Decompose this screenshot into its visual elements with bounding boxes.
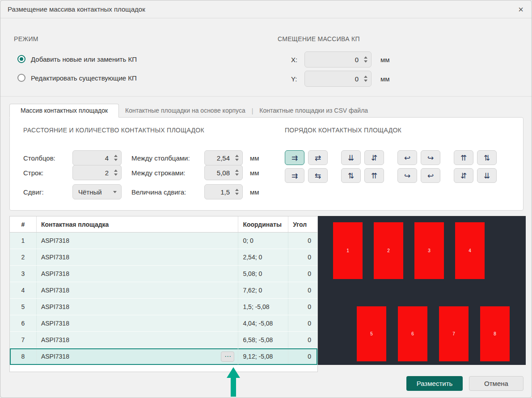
- cell-coordinates: 4,04; -5,08: [238, 315, 288, 331]
- close-icon[interactable]: ×: [515, 3, 527, 16]
- radio-unchecked-icon[interactable]: [17, 74, 25, 82]
- offset-y-unit: мм: [380, 75, 390, 83]
- mode-option-edit[interactable]: Редактировать существующие КП: [17, 72, 137, 83]
- row-spacing-input[interactable]: 5,08: [204, 165, 243, 180]
- cell-number: 7: [10, 332, 37, 348]
- preview-pad-7: 7: [439, 306, 469, 361]
- tab-pads-from-csv[interactable]: Контактные площадки из CSV файла: [253, 104, 374, 118]
- spin-up-icon[interactable]: [235, 155, 239, 157]
- order-pattern-11[interactable]: ⇅: [341, 168, 361, 183]
- shift-label: Сдвиг:: [23, 188, 72, 196]
- column-spacing-input[interactable]: 2,54: [204, 150, 243, 165]
- shift-amount-unit: мм: [250, 188, 259, 196]
- shift-amount-input[interactable]: 1,5: [204, 184, 243, 199]
- spin-up-icon[interactable]: [364, 56, 367, 59]
- spinner-arrows[interactable]: [234, 189, 242, 195]
- spacing-heading: РАССТОЯНИЕ И КОЛИЧЕСТВО КОНТАКТНЫХ ПЛОЩА…: [23, 127, 204, 134]
- spin-up-icon[interactable]: [364, 76, 367, 78]
- column-spacing-label: Между столбцами:: [131, 154, 204, 162]
- order-pattern-5[interactable]: ↩: [397, 150, 417, 165]
- order-pattern-4[interactable]: ⇵: [364, 150, 384, 165]
- spin-down-icon[interactable]: [364, 80, 367, 82]
- order-pattern-12[interactable]: ⇈: [364, 168, 384, 183]
- preview-pad-5: 5: [357, 306, 386, 361]
- radio-checked-icon[interactable]: [17, 55, 25, 63]
- order-pattern-3[interactable]: ⇊: [341, 150, 361, 165]
- spin-up-icon[interactable]: [235, 189, 239, 191]
- window-title: Размещение массива контактных площадок: [8, 0, 145, 18]
- table-row[interactable]: 8ASPI7318⋯9,12; -5,080: [10, 348, 317, 365]
- cell-pad-name: ASPI7318: [37, 332, 239, 348]
- columns-label: Столбцов:: [23, 154, 72, 162]
- offset-x-row: X: 0 мм: [291, 51, 390, 68]
- order-pattern-14[interactable]: ↩: [421, 168, 440, 183]
- place-button[interactable]: Разместить: [406, 376, 463, 391]
- tab-pad-array[interactable]: Массив контактных площадок: [9, 104, 119, 118]
- preview-canvas: 12345678: [318, 216, 526, 365]
- header-pad-name: Контактная площадка: [37, 216, 239, 232]
- spin-down-icon[interactable]: [235, 174, 239, 176]
- place-pad-array-dialog: Размещение массива контактных площадок ×…: [0, 0, 532, 398]
- tab-pads-from-footprint[interactable]: Контактные площадки на основе корпуса: [119, 104, 252, 118]
- spin-down-icon[interactable]: [114, 174, 118, 176]
- columns-input[interactable]: 4: [72, 150, 122, 165]
- offset-y-input[interactable]: 0: [304, 71, 372, 87]
- spin-up-icon[interactable]: [235, 169, 239, 172]
- spinner-arrows[interactable]: [363, 76, 371, 82]
- spinner-arrows[interactable]: [234, 155, 242, 161]
- spin-down-icon[interactable]: [114, 159, 118, 161]
- spin-down-icon[interactable]: [235, 159, 239, 161]
- spinner-arrows[interactable]: [113, 169, 121, 176]
- table-row[interactable]: 1ASPI73180; 00: [10, 233, 317, 249]
- order-pattern-16[interactable]: ⇊: [477, 168, 497, 183]
- order-button-row: ⇉⇄⇊⇵↩↪⇈⇅: [285, 150, 497, 165]
- order-pattern-10[interactable]: ⇆: [308, 168, 328, 183]
- spin-up-icon[interactable]: [114, 169, 118, 172]
- offset-x-input[interactable]: 0: [304, 51, 372, 68]
- mode-option-add[interactable]: Добавить новые или заменить КП: [17, 54, 137, 64]
- header-number: #: [10, 216, 37, 232]
- cell-coordinates: 1,5; -5,08: [238, 299, 288, 315]
- more-options-button[interactable]: ⋯: [221, 351, 234, 362]
- table-row[interactable]: 7ASPI73186,58; -5,080: [10, 332, 317, 348]
- spinner-arrows[interactable]: [363, 56, 371, 63]
- table-row[interactable]: 4ASPI73187,62; 00: [10, 282, 317, 299]
- cell-pad-name: ASPI7318: [37, 233, 239, 249]
- order-pattern-15[interactable]: ⇵: [454, 168, 473, 183]
- rows-input[interactable]: 2: [72, 165, 122, 180]
- rows-row: Строк: 2 Между строками: 5,08 мм: [23, 165, 259, 180]
- order-pattern-9[interactable]: ⇉: [285, 168, 304, 183]
- order-pattern-1[interactable]: ⇉: [285, 150, 304, 165]
- header-coordinates: Координаты: [238, 216, 288, 232]
- cell-pad-name: ASPI7318: [37, 249, 239, 265]
- table-row[interactable]: 2ASPI73182,54; 00: [10, 249, 317, 266]
- table-row[interactable]: 6ASPI73184,04; -5,080: [10, 315, 317, 332]
- offset-x-unit: мм: [380, 56, 390, 64]
- cancel-button[interactable]: Отмена: [469, 376, 524, 391]
- order-pattern-13[interactable]: ↪: [397, 168, 417, 183]
- order-pattern-8[interactable]: ⇅: [477, 150, 497, 165]
- cell-angle: 0: [288, 266, 317, 282]
- table-row[interactable]: 5ASPI73181,5; -5,080: [10, 299, 317, 315]
- order-pattern-2[interactable]: ⇄: [308, 150, 328, 165]
- row-spacing-value: 5,08: [205, 169, 234, 177]
- cell-number: 6: [10, 315, 37, 331]
- spin-down-icon[interactable]: [364, 60, 367, 63]
- spinner-arrows[interactable]: [234, 169, 242, 176]
- spin-up-icon[interactable]: [114, 155, 118, 157]
- row-spacing-label: Между строками:: [131, 169, 204, 177]
- cell-pad-name: ASPI7318: [37, 315, 239, 331]
- preview-pad-4: 4: [455, 222, 485, 279]
- spin-down-icon[interactable]: [235, 193, 239, 195]
- spinner-arrows[interactable]: [113, 155, 121, 161]
- mode-heading: РЕЖИМ: [14, 35, 38, 42]
- cell-angle: 0: [288, 348, 317, 364]
- cell-angle: 0: [288, 249, 317, 265]
- mode-option-edit-label: Редактировать существующие КП: [31, 74, 137, 82]
- cell-number: 5: [10, 299, 37, 315]
- order-pattern-6[interactable]: ↪: [421, 150, 440, 165]
- cell-angle: 0: [288, 233, 317, 249]
- order-pattern-7[interactable]: ⇈: [454, 150, 473, 165]
- table-row[interactable]: 3ASPI73185,08; 00: [10, 266, 317, 282]
- shift-select[interactable]: Чётный: [72, 184, 122, 199]
